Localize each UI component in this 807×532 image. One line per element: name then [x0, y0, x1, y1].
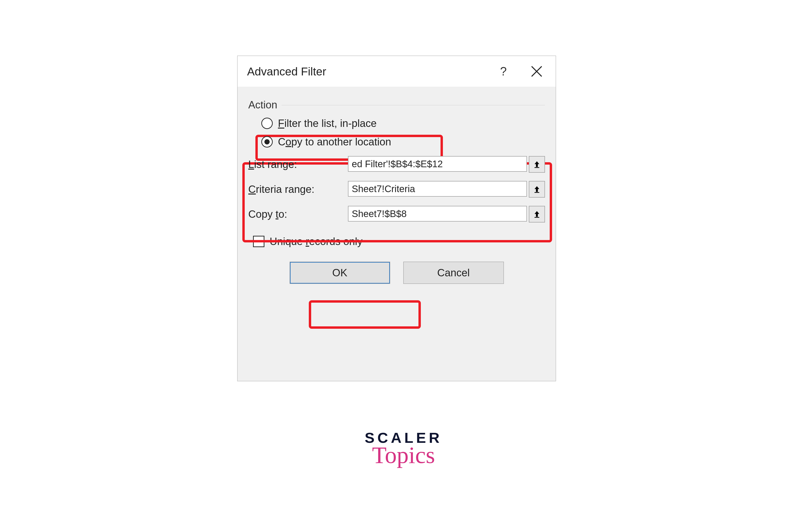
svg-rect-1 [534, 192, 539, 193]
ok-button-label: OK [332, 267, 348, 279]
action-group-label: Action [248, 99, 281, 111]
unique-records-label: Unique records only [270, 235, 363, 247]
help-icon[interactable]: ? [496, 64, 511, 78]
range-fields: List range: Criteria range: [248, 156, 545, 223]
unique-records-row[interactable]: Unique records only [253, 235, 545, 247]
action-group: Action Filter the list, in-place Copy to… [248, 99, 545, 148]
advanced-filter-dialog: Advanced Filter ? Action Filter the list… [237, 56, 556, 381]
radio-unchecked-icon[interactable] [261, 118, 273, 129]
copy-to-row: Copy to: [248, 206, 545, 223]
cancel-button[interactable]: Cancel [403, 262, 504, 284]
criteria-range-row: Criteria range: [248, 181, 545, 197]
radio-copy-to-another[interactable]: Copy to another location [261, 136, 545, 148]
logo-line2: Topics [365, 441, 442, 469]
copy-to-selector-icon[interactable] [529, 206, 545, 223]
svg-rect-2 [534, 217, 539, 218]
list-range-input[interactable] [348, 156, 527, 172]
radio-filter-in-place-label: Filter the list, in-place [278, 117, 377, 129]
criteria-range-selector-icon[interactable] [529, 181, 545, 197]
close-icon[interactable] [530, 64, 544, 78]
list-range-label: List range: [248, 158, 297, 170]
dialog-buttons: OK Cancel [248, 262, 545, 284]
copy-to-label: Copy to: [248, 208, 287, 220]
copy-to-input[interactable] [348, 206, 527, 222]
dialog-titlebar: Advanced Filter ? [238, 56, 556, 87]
radio-checked-icon[interactable] [261, 136, 273, 148]
list-range-selector-icon[interactable] [529, 156, 545, 173]
checkbox-unchecked-icon[interactable] [253, 236, 264, 247]
scaler-topics-logo: SCALER Topics [365, 429, 442, 469]
dialog-title: Advanced Filter [247, 65, 496, 78]
highlight-ok-button [309, 300, 421, 329]
svg-rect-0 [534, 167, 539, 168]
criteria-range-label: Criteria range: [248, 183, 314, 195]
ok-button[interactable]: OK [290, 262, 390, 284]
cancel-button-label: Cancel [437, 267, 470, 279]
list-range-row: List range: [248, 156, 545, 173]
dialog-body: Action Filter the list, in-place Copy to… [238, 87, 556, 291]
criteria-range-input[interactable] [348, 181, 527, 197]
radio-filter-in-place[interactable]: Filter the list, in-place [261, 117, 545, 129]
radio-copy-to-another-label: Copy to another location [278, 136, 391, 148]
